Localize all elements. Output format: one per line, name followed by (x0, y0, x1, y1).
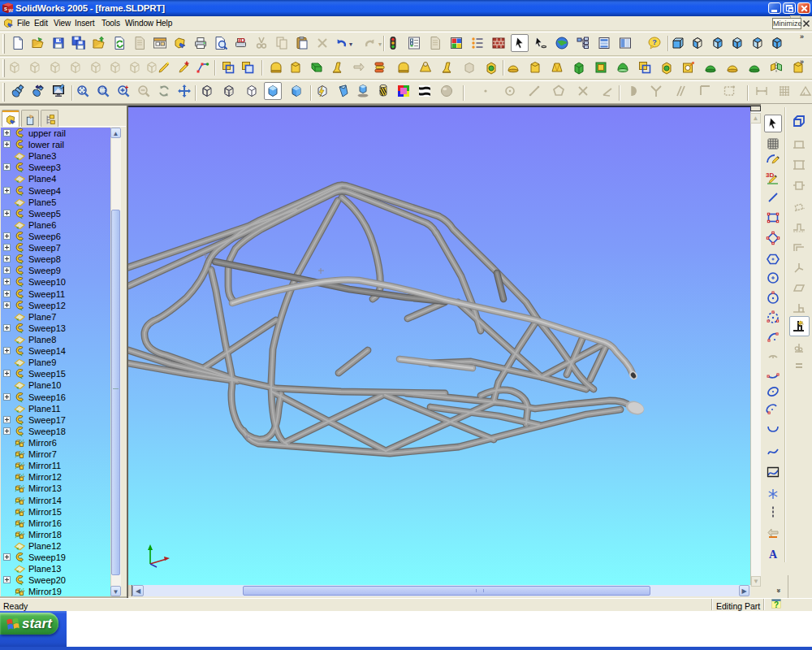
svg-text:3D: 3D (237, 37, 245, 44)
svg-text:?: ? (652, 38, 657, 46)
svg-text:S: S (4, 6, 7, 11)
svg-text:A: A (769, 548, 778, 561)
svg-text:?: ? (774, 600, 779, 609)
svg-text:W: W (9, 8, 14, 13)
